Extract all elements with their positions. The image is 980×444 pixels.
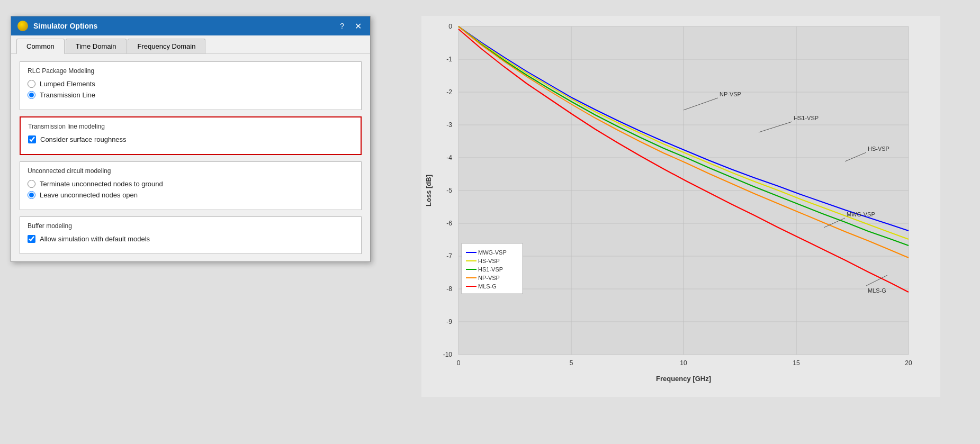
dialog-body: RLC Package Modeling Lumped Elements Tra… [11,54,370,261]
surface-roughness-row: Consider surface roughness [28,135,353,143]
svg-text:0: 0 [448,23,452,30]
dialog-icon [17,21,28,31]
svg-text:-9: -9 [446,318,452,325]
svg-text:-1: -1 [446,56,452,63]
annotation-hs1-vsp: HS1-VSP [794,115,819,121]
svg-text:5: 5 [569,359,573,367]
legend-hs1-vsp: HS1-VSP [478,266,503,273]
surface-roughness-checkbox[interactable] [28,135,36,143]
terminate-label: Terminate unconnected nodes to ground [40,180,163,188]
terminate-radio[interactable] [28,180,35,188]
terminate-row: Terminate unconnected nodes to ground [28,180,354,188]
rlc-transmission-row: Transmission Line [28,91,354,99]
annotation-mls-g: MLS-G [868,287,886,294]
svg-text:-3: -3 [446,121,452,129]
annotation-mwg-vsp: MWG-VSP [847,211,875,218]
tab-frequency-domain[interactable]: Frequency Domain [128,39,206,53]
svg-text:-5: -5 [446,187,452,194]
svg-text:20: 20 [905,359,912,367]
buffer-label: Buffer modeling [28,222,354,230]
tab-bar: Common Time Domain Frequency Domain [11,35,370,54]
svg-text:-4: -4 [446,154,452,161]
leave-open-row: Leave unconnected nodes open [28,191,354,199]
default-models-row: Allow simulation with default models [28,235,354,243]
tab-time-domain[interactable]: Time Domain [66,39,127,53]
tab-common[interactable]: Common [16,39,65,54]
svg-text:-10: -10 [443,351,452,358]
svg-text:10: 10 [680,359,687,367]
svg-text:-2: -2 [446,88,452,96]
rlc-section: RLC Package Modeling Lumped Elements Tra… [20,61,362,110]
surface-roughness-label: Consider surface roughness [40,135,127,143]
lumped-elements-radio[interactable] [28,80,35,88]
legend-np-vsp: NP-VSP [478,275,500,281]
buffer-section: Buffer modeling Allow simulation with de… [20,216,362,254]
transmission-line-radio[interactable] [28,91,35,99]
lumped-elements-label: Lumped Elements [40,80,95,88]
chart-container: RTF(MLS-G) 026019 5.0 kV X20.0k 1.50μm [392,16,969,397]
unconnected-section: Unconnected circuit modeling Terminate u… [20,161,362,210]
svg-text:0: 0 [456,359,460,367]
rlc-section-label: RLC Package Modeling [28,67,354,75]
svg-text:15: 15 [793,359,800,367]
svg-text:-6: -6 [446,220,452,227]
chart-wrapper: RTF(MLS-G) 026019 5.0 kV X20.0k 1.50μm [421,16,940,397]
close-button[interactable]: ✕ [353,21,364,31]
default-models-label: Allow simulation with default models [40,235,150,243]
legend-mwg-vsp: MWG-VSP [478,249,507,256]
transmission-modeling-label: Transmission line modeling [28,123,353,130]
annotation-np-vsp: NP-VSP [720,91,741,97]
svg-text:-8: -8 [446,285,452,293]
default-models-checkbox[interactable] [28,235,35,243]
transmission-modeling-section: Transmission line modeling Consider surf… [20,116,362,155]
rlc-lumped-row: Lumped Elements [28,80,354,88]
unconnected-label: Unconnected circuit modeling [28,167,354,175]
annotation-hs-vsp: HS-VSP [868,146,889,152]
dialog-titlebar: Simulator Options ? ✕ [11,16,370,35]
legend-hs-vsp: HS-VSP [478,258,500,264]
loss-chart: 0 -1 -2 -3 -4 -5 -6 -7 -8 -9 -10 0 5 10 … [421,16,940,397]
x-axis-label: Frequency [GHz] [655,375,711,383]
help-button[interactable]: ? [337,22,347,30]
y-axis-label: Loss [dB] [425,175,433,206]
leave-open-radio[interactable] [28,191,35,199]
svg-text:-7: -7 [446,252,452,260]
legend-mls-g: MLS-G [478,283,497,289]
simulator-options-dialog: Simulator Options ? ✕ Common Time Domain… [11,16,371,262]
leave-open-label: Leave unconnected nodes open [40,191,138,199]
dialog-title: Simulator Options [33,22,331,30]
transmission-line-label: Transmission Line [40,91,95,99]
